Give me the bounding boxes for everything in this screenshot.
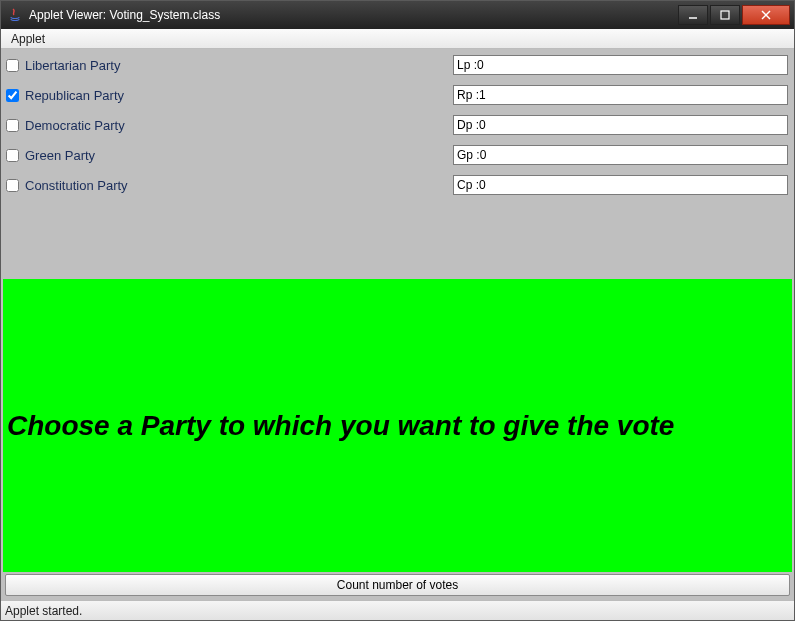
party-row: Democratic Party	[3, 113, 792, 137]
window-title: Applet Viewer: Voting_System.class	[29, 8, 676, 22]
party-row: Green Party	[3, 143, 792, 167]
field-green[interactable]	[453, 145, 788, 165]
close-button[interactable]	[742, 5, 790, 25]
label-libertarian: Libertarian Party	[25, 58, 120, 73]
window-buttons	[676, 5, 790, 25]
titlebar: Applet Viewer: Voting_System.class	[1, 1, 794, 29]
menubar: Applet	[1, 29, 794, 49]
field-constitution[interactable]	[453, 175, 788, 195]
prompt-text: Choose a Party to which you want to give…	[7, 410, 674, 442]
field-libertarian[interactable]	[453, 55, 788, 75]
checkbox-constitution[interactable]	[6, 179, 19, 192]
minimize-button[interactable]	[678, 5, 708, 25]
message-panel: Choose a Party to which you want to give…	[3, 279, 792, 572]
count-votes-button[interactable]: Count number of votes	[5, 574, 790, 596]
field-democratic[interactable]	[453, 115, 788, 135]
applet-content: Libertarian Party Republican Party	[1, 49, 794, 600]
field-republican[interactable]	[453, 85, 788, 105]
svg-rect-1	[721, 11, 729, 19]
checkbox-libertarian[interactable]	[6, 59, 19, 72]
party-row: Republican Party	[3, 83, 792, 107]
statusbar: Applet started.	[1, 600, 794, 620]
party-panel: Libertarian Party Republican Party	[3, 49, 792, 279]
status-text: Applet started.	[5, 604, 82, 618]
label-republican: Republican Party	[25, 88, 124, 103]
checkbox-democratic[interactable]	[6, 119, 19, 132]
label-constitution: Constitution Party	[25, 178, 128, 193]
checkbox-green[interactable]	[6, 149, 19, 162]
java-icon	[7, 7, 23, 23]
party-row: Libertarian Party	[3, 53, 792, 77]
checkbox-republican[interactable]	[6, 89, 19, 102]
label-green: Green Party	[25, 148, 95, 163]
menu-applet[interactable]: Applet	[5, 30, 51, 48]
maximize-button[interactable]	[710, 5, 740, 25]
label-democratic: Democratic Party	[25, 118, 125, 133]
applet-viewer-window: Applet Viewer: Voting_System.class Apple…	[0, 0, 795, 621]
party-row: Constitution Party	[3, 173, 792, 197]
button-panel: Count number of votes	[3, 572, 792, 598]
